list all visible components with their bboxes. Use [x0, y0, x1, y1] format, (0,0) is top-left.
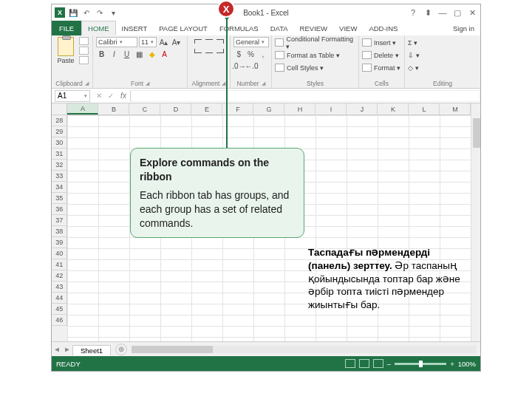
row-header[interactable]: 38 — [52, 226, 67, 237]
row-header[interactable]: 35 — [52, 193, 67, 204]
underline-button[interactable]: U — [121, 49, 132, 59]
vertical-scrollbar[interactable] — [471, 103, 480, 341]
number-launcher-icon[interactable]: ◢ — [262, 81, 265, 86]
view-normal-icon[interactable] — [345, 359, 355, 368]
row-header[interactable]: 28 — [52, 115, 67, 126]
tab-view[interactable]: VIEW — [333, 21, 363, 35]
accounting-format-icon[interactable]: $ — [233, 49, 244, 59]
alignment-launcher-icon[interactable]: ◢ — [222, 81, 225, 86]
font-launcher-icon[interactable]: ◢ — [146, 81, 149, 86]
comma-format-icon[interactable]: , — [258, 49, 268, 59]
column-header[interactable]: F — [222, 103, 253, 115]
increase-decimal-icon[interactable]: .0→ — [233, 61, 245, 71]
row-header[interactable]: 39 — [52, 237, 67, 248]
column-header[interactable]: L — [409, 103, 440, 115]
column-header[interactable]: K — [378, 103, 409, 115]
column-header[interactable]: G — [253, 103, 284, 115]
font-size-combo[interactable]: 11▾ — [139, 37, 157, 47]
new-sheet-button[interactable]: ⊕ — [115, 344, 127, 355]
tab-review[interactable]: REVIEW — [294, 21, 333, 35]
row-header[interactable]: 34 — [52, 182, 67, 193]
row-header[interactable]: 36 — [52, 204, 67, 215]
zoom-level[interactable]: 100% — [458, 360, 476, 368]
column-header[interactable]: I — [316, 103, 347, 115]
row-header[interactable]: 32 — [52, 160, 67, 171]
tab-insert[interactable]: INSERT — [116, 21, 154, 35]
maximize-button[interactable]: ▢ — [451, 7, 464, 18]
align-top-left[interactable] — [193, 37, 203, 46]
row-header[interactable]: 46 — [52, 315, 67, 326]
enter-formula-icon[interactable]: ✓ — [105, 90, 117, 102]
close-button[interactable]: ✕ — [466, 7, 479, 18]
row-header[interactable]: 42 — [52, 270, 67, 282]
horizontal-scrollbar[interactable] — [132, 346, 476, 353]
paste-button[interactable]: Paste — [55, 37, 77, 64]
insert-cells-button[interactable]: Insert ▾ — [362, 37, 400, 48]
hscroll-thumb[interactable] — [132, 346, 213, 353]
autosum-button[interactable]: Σ ▾ — [408, 37, 420, 48]
border-button[interactable]: ▦ — [134, 49, 145, 59]
row-header[interactable]: 45 — [52, 304, 67, 315]
fill-color-button[interactable]: ◆ — [146, 49, 157, 59]
column-header[interactable]: M — [440, 103, 471, 115]
align-top-right[interactable] — [215, 37, 225, 46]
font-name-combo[interactable]: Calibri▾ — [96, 37, 137, 47]
clipboard-launcher-icon[interactable]: ◢ — [85, 81, 89, 86]
column-header[interactable]: E — [191, 103, 222, 115]
decrease-font-icon[interactable]: A▾ — [171, 37, 182, 47]
fill-button[interactable]: ⇩ ▾ — [408, 50, 420, 61]
copy-icon[interactable] — [79, 47, 89, 55]
format-as-table-button[interactable]: Format as Table ▾ — [275, 50, 355, 61]
column-header[interactable]: J — [347, 103, 378, 115]
minimize-button[interactable]: — — [436, 7, 449, 18]
view-page-break-icon[interactable] — [373, 359, 383, 368]
cancel-formula-icon[interactable]: ✕ — [93, 90, 105, 102]
zoom-slider[interactable] — [395, 363, 446, 365]
vscroll-thumb[interactable] — [473, 118, 480, 148]
insert-function-icon[interactable]: fx — [117, 90, 130, 102]
conditional-formatting-button[interactable]: Conditional Formatting ▾ — [275, 37, 355, 48]
help-button[interactable]: ? — [406, 7, 420, 18]
ribbon-display-options-button[interactable]: ⬍ — [421, 7, 434, 18]
align-bottom-right[interactable] — [215, 47, 225, 55]
view-page-layout-icon[interactable] — [359, 359, 369, 368]
number-format-combo[interactable]: General▾ — [233, 37, 269, 47]
qat-customize-icon[interactable]: ▾ — [108, 7, 118, 18]
column-header[interactable]: A — [67, 103, 98, 115]
tab-formulas[interactable]: FORMULAS — [214, 21, 265, 35]
clear-button[interactable]: ◇ ▾ — [408, 62, 420, 73]
bold-button[interactable]: B — [96, 49, 107, 59]
italic-button[interactable]: I — [109, 49, 120, 59]
format-cells-button[interactable]: Format ▾ — [362, 62, 400, 73]
select-all-corner[interactable] — [52, 103, 67, 115]
formula-input[interactable] — [130, 90, 480, 102]
increase-font-icon[interactable]: A▴ — [158, 37, 169, 47]
decrease-decimal-icon[interactable]: ←.0 — [246, 61, 257, 71]
tab-data[interactable]: DATA — [265, 21, 294, 35]
align-bottom-center[interactable] — [204, 47, 214, 55]
name-box[interactable]: A1▾ — [55, 90, 90, 102]
column-header[interactable]: B — [98, 103, 129, 115]
delete-cells-button[interactable]: Delete ▾ — [362, 50, 400, 61]
row-header[interactable]: 33 — [52, 171, 67, 182]
tab-file[interactable]: FILE — [52, 21, 81, 35]
sign-in-link[interactable]: Sign in — [447, 21, 480, 35]
column-header[interactable]: D — [160, 103, 191, 115]
row-header[interactable]: 40 — [52, 248, 67, 259]
align-top-center[interactable] — [204, 37, 214, 46]
row-header[interactable]: 44 — [52, 293, 67, 304]
align-bottom-left[interactable] — [193, 47, 203, 55]
sheet-tab[interactable]: Sheet1 — [72, 345, 111, 355]
font-color-button[interactable]: A — [159, 49, 170, 59]
zoom-in-button[interactable]: + — [450, 360, 454, 368]
row-header[interactable]: 31 — [52, 149, 67, 160]
column-header[interactable]: C — [129, 103, 160, 115]
sheet-nav-next-icon[interactable]: ► — [62, 345, 72, 353]
qat-undo-icon[interactable]: ↶ — [81, 7, 92, 18]
row-header[interactable]: 41 — [52, 259, 67, 270]
tab-page-layout[interactable]: PAGE LAYOUT — [153, 21, 214, 35]
cell-styles-button[interactable]: Cell Styles ▾ — [275, 62, 355, 73]
percent-format-icon[interactable]: % — [245, 49, 256, 59]
qat-save-icon[interactable]: 💾 — [68, 7, 78, 18]
row-header[interactable]: 37 — [52, 215, 67, 226]
